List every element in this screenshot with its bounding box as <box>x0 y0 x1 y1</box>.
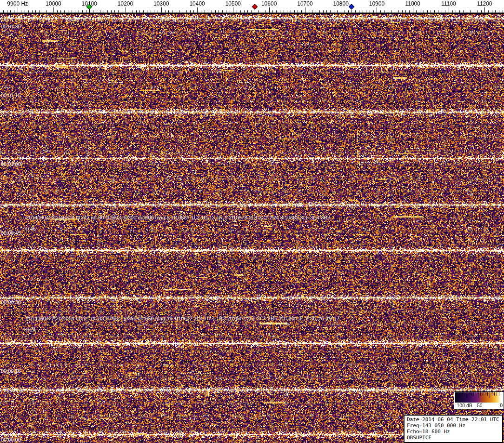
colorbar-tick-label: -100 dB <box>455 403 472 408</box>
info-box: Date=2014-06-04 Time=22:01 UTCFreq=143 0… <box>404 415 503 443</box>
freq-tick-label: 10300 <box>153 0 169 7</box>
colorbar: -100 dB-500 <box>454 391 504 410</box>
frequency-axis: 9900 Hz100001010010200103001040010500106… <box>0 0 504 14</box>
freq-tick-label: 10800 <box>333 0 348 7</box>
freq-tick-label: 10200 <box>118 0 133 7</box>
info-box-line: Echo=10 600 Hz <box>407 429 500 435</box>
colorbar-tick-label: 0 <box>500 403 503 408</box>
colorbar-gradient <box>455 392 501 403</box>
freq-tick-label: 11200 <box>477 0 492 7</box>
freq-tick-label: 10500 <box>225 0 241 7</box>
colorbar-tick-label: -50 <box>475 403 482 408</box>
spectrogram-app: 9900 Hz100001010010200103001040010500106… <box>0 0 504 443</box>
freq-tick-label: 11100 <box>441 0 456 7</box>
spectrogram-canvas <box>0 14 504 443</box>
freq-tick-label: 10600 <box>261 0 277 7</box>
freq-tick-label: 10700 <box>297 0 312 7</box>
info-box-line: Date=2014-06-04 Time=22:01 UTC <box>407 417 500 423</box>
colorbar-labels: -100 dB-500 <box>455 403 503 409</box>
info-box-line: OBSUPICE <box>407 435 500 441</box>
freq-tick-label: 10000 <box>46 0 61 7</box>
freq-tick-label: 11000 <box>405 0 420 7</box>
freq-tick-label: 9900 Hz <box>7 0 28 7</box>
freq-tick-label: 10900 <box>369 0 385 7</box>
freq-tick-label: 10400 <box>189 0 205 7</box>
info-box-line: Freq=143 050 000 Hz <box>407 423 500 429</box>
